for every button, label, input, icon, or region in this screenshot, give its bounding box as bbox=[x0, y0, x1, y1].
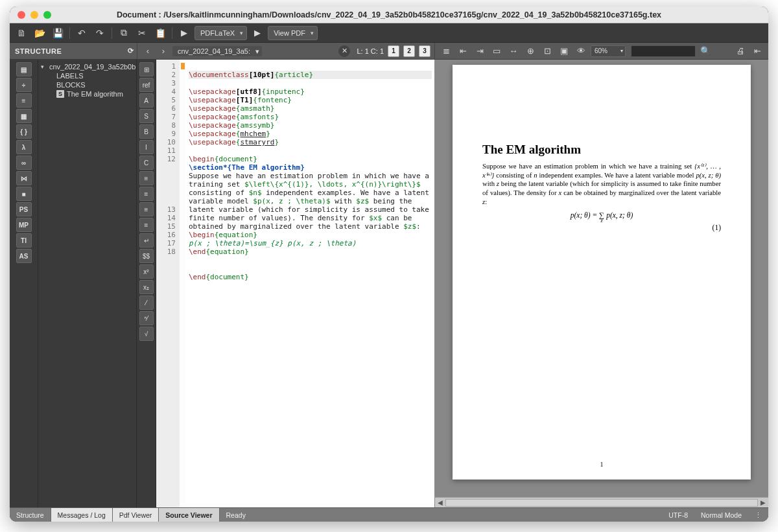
left-tool-button[interactable]: ▤ bbox=[16, 62, 32, 76]
editor-tool-button[interactable]: ⊞ bbox=[139, 62, 154, 76]
undo-button[interactable]: ↶ bbox=[74, 26, 89, 40]
left-tool-button[interactable]: ∞ bbox=[16, 156, 32, 170]
editor-tool-button[interactable]: A bbox=[139, 93, 154, 108]
quick-build-button[interactable]: ▶ bbox=[176, 26, 192, 40]
left-tool-button[interactable]: ÷ bbox=[16, 78, 32, 92]
window-title: Document : /Users/kaitlinmcunningham/Dow… bbox=[10, 10, 768, 19]
preview-scrollbar[interactable]: ◀ ▶ bbox=[435, 497, 768, 507]
preview-collapse-icon[interactable]: ⇤ bbox=[750, 45, 764, 58]
preview-next-icon[interactable]: ⇥ bbox=[473, 45, 487, 58]
left-tool-button[interactable]: λ bbox=[16, 140, 32, 154]
preview-search-icon[interactable]: 🔍 bbox=[698, 45, 713, 58]
gutter-line bbox=[156, 189, 176, 197]
package-link[interactable]: stmaryrd bbox=[240, 138, 274, 146]
page-mode-1[interactable]: 1 bbox=[388, 45, 399, 57]
left-tool-button[interactable]: MP bbox=[16, 218, 32, 232]
preview-area[interactable]: The EM algorithm Suppose we have an esti… bbox=[435, 60, 768, 497]
code-math: $z$ bbox=[403, 222, 416, 231]
status-menu-icon[interactable]: ⋮ bbox=[748, 511, 768, 519]
zoom-window-button[interactable] bbox=[43, 11, 51, 19]
editor-tool-button[interactable]: √ bbox=[139, 327, 154, 341]
package-link[interactable]: mhchem bbox=[240, 130, 266, 138]
page-mode-2[interactable]: 2 bbox=[403, 45, 415, 57]
structure-file-row[interactable]: ▾ cnv_2022_04_19_3a52b0b bbox=[40, 62, 135, 71]
status-bar: Structure Messages / Log Pdf Viewer Sour… bbox=[10, 507, 768, 522]
editor-tool-button[interactable]: ≡ bbox=[139, 171, 154, 185]
editor-tool-button[interactable]: $$ bbox=[139, 249, 154, 263]
editor-tool-button[interactable]: I bbox=[139, 140, 154, 154]
close-window-button[interactable] bbox=[18, 11, 25, 19]
disclosure-icon[interactable]: ▾ bbox=[41, 64, 44, 70]
close-tab-icon[interactable]: ▾ bbox=[255, 47, 259, 56]
new-file-button[interactable]: 🗎 bbox=[14, 26, 29, 40]
minimize-window-button[interactable] bbox=[30, 11, 38, 19]
left-tool-button[interactable]: { } bbox=[16, 124, 32, 139]
editor-tool-button[interactable]: ≡ bbox=[139, 187, 154, 201]
code-area[interactable]: \documentclass[10pt]{article} \usepackag… bbox=[186, 60, 434, 507]
preview-capture-icon[interactable]: ▣ bbox=[557, 45, 571, 58]
editor-tool-button[interactable]: C bbox=[139, 156, 154, 170]
cut-button[interactable]: ✂ bbox=[134, 26, 150, 40]
editor-tool-button[interactable]: ≡ bbox=[139, 202, 154, 216]
gutter-line: 16 bbox=[156, 231, 176, 239]
left-tool-button[interactable]: ▦ bbox=[16, 109, 32, 123]
left-tool-button[interactable]: ≡ bbox=[16, 93, 32, 108]
clear-button[interactable]: ✕ bbox=[338, 45, 350, 57]
paste-button[interactable]: 📋 bbox=[152, 26, 168, 40]
left-tool-button[interactable]: TI bbox=[16, 233, 32, 248]
save-button[interactable]: 💾 bbox=[50, 26, 65, 40]
editor-tool-button[interactable]: ↵ bbox=[139, 233, 154, 248]
left-tool-button[interactable]: PS bbox=[16, 202, 32, 216]
preview-zoomin-icon[interactable]: ⊕ bbox=[523, 45, 537, 58]
bookmark-icon[interactable] bbox=[181, 63, 185, 69]
preview-layout-icon[interactable]: ≣ bbox=[439, 45, 453, 58]
editor-tool-button[interactable]: S bbox=[139, 109, 154, 123]
preview-eye-icon[interactable]: 👁 bbox=[574, 45, 588, 58]
page-mode-3[interactable]: 3 bbox=[419, 45, 430, 57]
editor-tool-button[interactable]: x² bbox=[139, 264, 154, 279]
zoom-select[interactable]: 60% bbox=[591, 45, 626, 57]
code-token: \usepackage bbox=[189, 138, 236, 146]
code-editor[interactable]: 123456789101112131415161718 \documentcla… bbox=[156, 60, 435, 507]
nav-back-button[interactable]: ‹ bbox=[141, 45, 154, 58]
left-tool-button[interactable]: ⋈ bbox=[16, 171, 32, 185]
editor-tool-button[interactable]: x₂ bbox=[139, 280, 154, 294]
preview-zoomfit-icon[interactable]: ⊡ bbox=[540, 45, 554, 58]
editor-tool-button[interactable]: ≡ bbox=[139, 218, 154, 232]
editor-tool-button[interactable]: B bbox=[139, 124, 154, 139]
left-tool-button[interactable]: ■ bbox=[16, 187, 32, 201]
view-run-button[interactable]: ▶ bbox=[250, 26, 265, 40]
editor-tool-button[interactable]: ref bbox=[139, 78, 154, 92]
editor-tool-button[interactable]: ⁄ bbox=[139, 295, 154, 310]
status-structure-tab[interactable]: Structure bbox=[10, 508, 51, 522]
preview-fit-icon[interactable]: ▭ bbox=[489, 45, 504, 58]
preview-search-input[interactable] bbox=[631, 45, 696, 57]
compiler-select[interactable]: PDFLaTeX bbox=[194, 26, 247, 40]
status-source-tab[interactable]: Source Viewer bbox=[159, 508, 219, 522]
scroll-left-icon[interactable]: ◀ bbox=[435, 499, 445, 506]
structure-blocks[interactable]: BLOCKS bbox=[40, 80, 135, 89]
scroll-right-icon[interactable]: ▶ bbox=[758, 499, 768, 506]
nav-forward-button[interactable]: › bbox=[157, 45, 170, 58]
code-token: \documentclass bbox=[189, 71, 249, 79]
preview-fitwidth-icon[interactable]: ↔ bbox=[506, 45, 521, 58]
redo-button[interactable]: ↷ bbox=[92, 26, 108, 40]
structure-section[interactable]: S The EM algorithm bbox=[40, 89, 135, 98]
code-token: {amsmath} bbox=[236, 104, 275, 113]
preview-print-icon[interactable]: 🖨 bbox=[733, 45, 748, 58]
status-messages-tab[interactable]: Messages / Log bbox=[51, 508, 113, 522]
preview-prev-icon[interactable]: ⇤ bbox=[456, 45, 470, 58]
structure-labels[interactable]: LABELS bbox=[40, 71, 135, 80]
file-tab-label: cnv_2022_04_19_3a5: bbox=[178, 47, 250, 55]
open-folder-button[interactable]: 📂 bbox=[32, 26, 47, 40]
copy-button[interactable]: ⧉ bbox=[116, 26, 132, 40]
preview-page: The EM algorithm Suppose we have an esti… bbox=[453, 65, 751, 480]
left-tool-button[interactable]: AS bbox=[16, 249, 32, 263]
file-tab[interactable]: cnv_2022_04_19_3a5: ▾ bbox=[172, 46, 262, 56]
viewpdf-select[interactable]: View PDF bbox=[268, 26, 318, 40]
status-pdf-tab[interactable]: Pdf Viewer bbox=[113, 508, 159, 522]
scroll-track[interactable] bbox=[445, 499, 758, 507]
structure-sync-icon[interactable]: ⟳ bbox=[125, 47, 137, 55]
code-token: \usepackage bbox=[189, 113, 236, 121]
editor-tool-button[interactable]: ⁿ⁄ bbox=[139, 311, 154, 325]
